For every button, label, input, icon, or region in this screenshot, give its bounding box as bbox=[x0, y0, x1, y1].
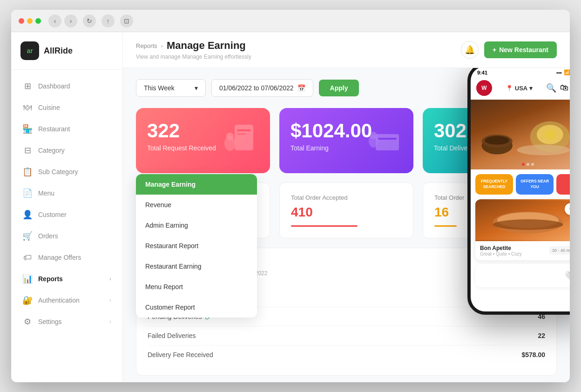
page-body: This Week ▾ 01/06/2022 to 07/06/2022 📅 A… bbox=[123, 68, 570, 382]
menu-icon: 📄 bbox=[22, 188, 33, 198]
phone-second-food-card: 🤍 bbox=[475, 264, 570, 287]
sidebar-item-label: Settings bbox=[38, 318, 104, 325]
period-select[interactable]: This Week ▾ bbox=[136, 79, 206, 97]
dropdown-item-restaurant-earning[interactable]: Restaurant Earning bbox=[136, 256, 257, 277]
phone-header-actions: 🔍 🛍 ⚙ bbox=[546, 83, 570, 93]
total-order-bar bbox=[434, 225, 457, 227]
page-subtitle: View and manage Manage Earning effortles… bbox=[136, 54, 251, 60]
sidebar-item-label: Menu bbox=[38, 189, 111, 197]
manage-offers-icon: 🏷 bbox=[22, 252, 33, 263]
sidebar-item-manage-offers[interactable]: 🏷 Manage Offers bbox=[11, 247, 122, 268]
phone-screen: 9:41 ▪▪▪ 📶 🔋 W bbox=[471, 68, 570, 311]
mini-stat-order-accepted: Total Order Accepted 410 bbox=[279, 182, 413, 238]
cat-offers-near-you[interactable]: OFFERS NEAR YOU bbox=[516, 174, 554, 195]
phone-hero-image bbox=[471, 100, 570, 169]
phone-food-card: ♥ Bon Apetite Great • Quite • Cozy 30 - … bbox=[475, 199, 570, 260]
maximize-button[interactable] bbox=[35, 18, 41, 24]
authentication-icon: 🔐 bbox=[22, 295, 33, 305]
sidebar-item-menu[interactable]: 📄 Menu bbox=[11, 182, 122, 204]
sub-category-icon: 📋 bbox=[22, 167, 33, 177]
sidebar-item-dashboard[interactable]: ⊞ Dashboard bbox=[11, 75, 122, 97]
phone-signal-icons: ▪▪▪ 📶 🔋 bbox=[556, 69, 570, 75]
breadcrumb-separator: › bbox=[161, 42, 163, 49]
sidebar-item-category[interactable]: ⊟ Category bbox=[11, 140, 122, 161]
cat-extra[interactable] bbox=[556, 174, 570, 195]
close-button[interactable] bbox=[19, 18, 24, 24]
svg-rect-2 bbox=[237, 133, 246, 135]
sidebar-item-label: Category bbox=[38, 147, 111, 154]
sidebar-item-cuisine[interactable]: 🍽 Cuisine bbox=[11, 97, 122, 118]
phone-location: 📍 USA ▾ bbox=[506, 85, 533, 92]
dropdown-item-menu-report[interactable]: Menu Report bbox=[136, 277, 257, 297]
sidebar-item-label: Reports bbox=[38, 275, 104, 283]
phone-categories: FREQUENTLYSEARCHED OFFERS NEAR YOU bbox=[471, 169, 570, 197]
stat-card-earning: $1024.00 Total Earning bbox=[279, 108, 413, 173]
window-button[interactable]: ⊡ bbox=[120, 14, 133, 27]
sidebar: ar AllRide ⊞ Dashboard 🍽 Cuisine 🏪 Resta… bbox=[11, 32, 123, 382]
share-button[interactable]: ↑ bbox=[101, 14, 115, 27]
apply-button[interactable]: Apply bbox=[319, 80, 359, 96]
bag-icon[interactable]: 🛍 bbox=[560, 83, 568, 93]
forward-button[interactable]: › bbox=[64, 14, 77, 27]
bell-icon: 🔔 bbox=[465, 45, 475, 55]
food-card-text: Bon Apetite Great • Quite • Cozy bbox=[480, 245, 522, 257]
chevron-down-icon: ▾ bbox=[529, 85, 533, 92]
dropdown-item-admin-earning[interactable]: Admin Earning bbox=[136, 215, 257, 236]
svg-rect-1 bbox=[237, 129, 251, 131]
dropdown-item-revenue[interactable]: Revenue bbox=[136, 195, 257, 215]
cat-frequently-searched[interactable]: FREQUENTLYSEARCHED bbox=[475, 174, 513, 195]
sidebar-item-restaurant[interactable]: 🏪 Restaurant bbox=[11, 118, 122, 140]
main-content: Reports › Manage Earning View and manage… bbox=[123, 32, 570, 382]
logo-text: AllRide bbox=[44, 46, 73, 56]
dashboard-icon: ⊞ bbox=[22, 81, 33, 91]
breadcrumb-area: Reports › Manage Earning View and manage… bbox=[136, 40, 251, 60]
dropdown-item-manage-earning[interactable]: Manage Earning bbox=[136, 174, 257, 195]
new-restaurant-button[interactable]: + New Restaurant bbox=[484, 41, 557, 58]
calendar-icon: 📅 bbox=[297, 84, 305, 92]
heart-icon-2[interactable]: 🤍 bbox=[565, 270, 570, 281]
sidebar-item-label: Cuisine bbox=[38, 104, 111, 111]
sidebar-item-label: Restaurant bbox=[38, 125, 111, 133]
location-pin-icon: 📍 bbox=[506, 85, 513, 92]
food-name: Bon Apetite bbox=[480, 245, 522, 251]
dropdown-item-restaurant-report[interactable]: Restaurant Report bbox=[136, 236, 257, 256]
notification-button[interactable]: 🔔 bbox=[461, 41, 479, 59]
refresh-button[interactable]: ↻ bbox=[83, 14, 96, 27]
order-accepted-bar bbox=[291, 225, 358, 227]
minimize-button[interactable] bbox=[27, 18, 33, 24]
svg-point-13 bbox=[485, 136, 509, 145]
traffic-lights bbox=[19, 18, 41, 24]
date-range-picker[interactable]: 01/06/2022 to 07/06/2022 📅 bbox=[211, 79, 313, 97]
plus-icon: + bbox=[493, 46, 496, 54]
failed-label: Failed Deliveries bbox=[148, 332, 196, 339]
period-label: This Week bbox=[144, 84, 175, 92]
sidebar-item-customer[interactable]: 👤 Customer bbox=[11, 204, 122, 225]
dropdown-item-customer-report[interactable]: Customer Report bbox=[136, 297, 257, 318]
phone-mockup-container: 9:41 ▪▪▪ 📶 🔋 W bbox=[467, 68, 570, 315]
customer-icon: 👤 bbox=[22, 210, 33, 220]
top-bar-actions: 🔔 + New Restaurant bbox=[461, 41, 557, 59]
browser-window: ‹ › ↻ ↑ ⊡ ar AllRide ⊞ Dashboard 🍽 bbox=[11, 10, 570, 382]
search-icon[interactable]: 🔍 bbox=[546, 83, 556, 93]
sidebar-item-sub-category[interactable]: 📋 Sub Category bbox=[11, 161, 122, 182]
sidebar-item-authentication[interactable]: 🔐 Authentication › bbox=[11, 290, 122, 311]
stat-card-requests: 322 Total Request Received bbox=[136, 108, 270, 173]
svg-point-16 bbox=[545, 129, 555, 140]
sidebar-item-label: Orders bbox=[38, 232, 111, 240]
nav-items: ⊞ Dashboard 🍽 Cuisine 🏪 Restaurant ⊟ Cat… bbox=[11, 70, 122, 382]
back-button[interactable]: ‹ bbox=[48, 14, 61, 27]
authentication-arrow-icon: › bbox=[109, 297, 111, 304]
settings-icon: ⚙ bbox=[22, 317, 33, 327]
fee-value: $578.00 bbox=[521, 351, 545, 358]
wifi-icon: 📶 bbox=[564, 69, 570, 75]
phone-header: W 📍 USA ▾ 🔍 🛍 ⚙ bbox=[471, 78, 570, 100]
phone-status-bar: 9:41 ▪▪▪ 📶 🔋 bbox=[471, 68, 570, 78]
page-title: Manage Earning bbox=[167, 40, 246, 52]
top-bar: Reports › Manage Earning View and manage… bbox=[123, 32, 570, 68]
sidebar-item-settings[interactable]: ⚙ Settings › bbox=[11, 311, 122, 332]
sidebar-item-orders[interactable]: 🛒 Orders bbox=[11, 225, 122, 247]
logo-area: ar AllRide bbox=[11, 32, 122, 70]
new-restaurant-label: New Restaurant bbox=[499, 46, 548, 54]
hero-dots bbox=[522, 163, 534, 166]
sidebar-item-reports[interactable]: 📊 Reports › bbox=[11, 268, 122, 290]
